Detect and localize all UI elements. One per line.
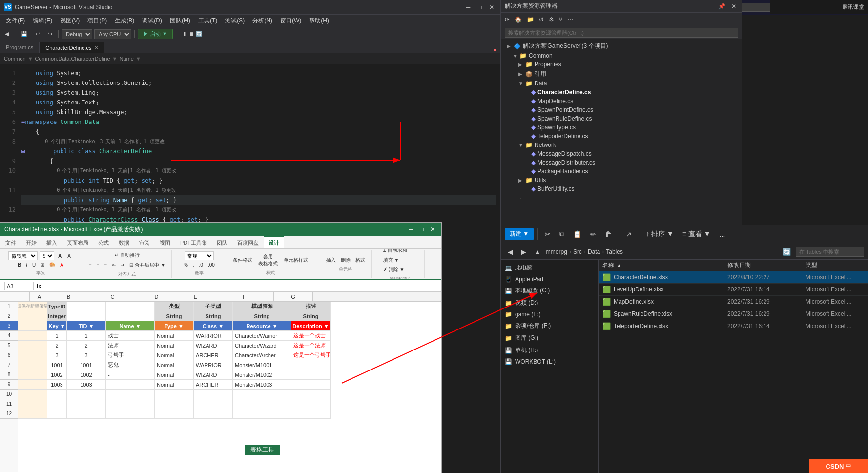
cell-d10[interactable] (155, 390, 194, 399)
cell-e11[interactable] (194, 399, 233, 409)
col-f[interactable]: F (215, 292, 274, 301)
menu-help[interactable]: 帮助(H) (305, 16, 333, 26)
se-sync-btn[interactable]: ⟳ (503, 15, 512, 24)
se-folder-btn[interactable]: 📁 (525, 15, 536, 24)
tree-common[interactable]: ▼ 📁 Common (501, 51, 742, 60)
fe-col-type[interactable]: 类型 (806, 261, 864, 269)
excel-minimize-btn[interactable]: ─ (406, 226, 416, 233)
row-8[interactable]: 8 (0, 370, 18, 380)
bc-tables[interactable]: Tables (606, 248, 623, 255)
align-right-btn[interactable]: ≡ (103, 261, 109, 268)
cell-g6[interactable]: 这是一个弓弩手 (291, 350, 331, 360)
cell-d7[interactable]: Normal (155, 360, 194, 370)
tree-msg-distributer[interactable]: ◆ MessageDistributer.cs (501, 158, 742, 167)
col-a[interactable]: A (30, 292, 49, 301)
cell-f1[interactable]: 模型资源 (233, 302, 291, 311)
file-row-4[interactable]: 🟩 TeleporterDefine.xlsx 2022/7/31 16:14 … (599, 320, 868, 332)
toolbar-redo-btn[interactable]: ↪ (45, 30, 55, 38)
cell-c12[interactable] (106, 409, 155, 419)
cell-f5[interactable]: Character/Wizard (233, 341, 291, 350)
sum-btn[interactable]: Σ 自动求和 (381, 249, 409, 255)
cell-e6[interactable]: ARCHER (194, 350, 233, 360)
cell-d3[interactable]: Type ▼ (155, 321, 194, 331)
cell-c1[interactable] (106, 302, 155, 311)
tree-references[interactable]: ▶ 📦 引用 (501, 69, 742, 79)
excel-tab-review[interactable]: 审阅 (134, 237, 155, 248)
se-close-btn[interactable]: ✕ (729, 2, 738, 11)
excel-tab-design[interactable]: 设计 (264, 236, 284, 248)
tree-teleporter[interactable]: ◆ TeleporterDefine.cs (501, 132, 742, 141)
excel-tab-pdf[interactable]: PDF工具集 (175, 237, 212, 248)
cell-b6[interactable]: 3 (67, 350, 106, 360)
cell-g7[interactable] (291, 360, 331, 370)
cell-a3[interactable]: Key ▼ (47, 321, 67, 331)
tree-character-define[interactable]: ◆ CharacterDefine.cs (501, 88, 742, 97)
wrap-btn[interactable]: ↵ 自动换行 (113, 251, 142, 260)
cell-g8[interactable] (291, 370, 331, 380)
cell-d4[interactable]: Normal (155, 331, 194, 341)
se-settings-btn[interactable]: ⚙ (547, 15, 556, 24)
excel-tab-formula[interactable]: 公式 (93, 237, 114, 248)
tree-spawn-point[interactable]: ◆ SpawnPointDefine.cs (501, 105, 742, 114)
cell-a9[interactable]: 1003 (47, 380, 67, 390)
cell-d1[interactable]: 类型 (155, 302, 194, 311)
fe-back-btn[interactable]: ◀ (505, 246, 516, 258)
fe-up-btn[interactable]: ▲ (531, 246, 544, 258)
cell-e10[interactable] (194, 390, 233, 399)
fe-new-btn[interactable]: 新建 ▼ (505, 228, 534, 240)
font-bold-btn[interactable]: B (16, 261, 23, 268)
cell-left-8[interactable] (18, 370, 47, 380)
tree-spawn-type[interactable]: ◆ SpawnType.cs (501, 123, 742, 132)
cell-e3[interactable]: Class ▼ (194, 321, 233, 331)
row-5[interactable]: 5 (0, 341, 18, 350)
tree-network-folder[interactable]: ▼ 📁 Network (501, 141, 742, 149)
cell-f10[interactable] (233, 390, 291, 399)
se-search-input[interactable] (505, 28, 738, 38)
cell-g1[interactable]: 描述 (291, 302, 331, 311)
cell-left-2[interactable] (18, 311, 47, 321)
cell-d5[interactable]: Normal (155, 341, 194, 350)
cell-f9[interactable]: Monster/M1003 (233, 380, 291, 390)
tree-data-folder[interactable]: ▼ 📁 Data (501, 79, 742, 88)
cell-g5[interactable]: 这是一个法师 (291, 341, 331, 350)
col-e[interactable]: E (176, 292, 215, 301)
tree-msg-dispatch[interactable]: ◆ MessageDispatch.cs (501, 149, 742, 158)
cell-b12[interactable] (67, 409, 106, 419)
row-9[interactable]: 9 (0, 380, 18, 390)
cell-a1[interactable]: TypeID (47, 302, 67, 311)
col-c[interactable]: C (88, 292, 137, 301)
cell-d9[interactable]: Normal (155, 380, 194, 390)
excel-close-btn[interactable]: ✕ (428, 226, 437, 233)
bc-src[interactable]: Src (573, 248, 582, 255)
row-10[interactable]: 10 (0, 390, 18, 399)
fe-search-input[interactable] (796, 247, 864, 257)
fe-this-pc[interactable]: 💻 此电脑 (501, 262, 598, 274)
cell-b3[interactable]: TID ▼ (67, 321, 106, 331)
cell-left-3[interactable] (18, 321, 47, 331)
cpu-selector[interactable]: Any CPU (94, 29, 131, 39)
cell-e8[interactable]: WIZARD (194, 370, 233, 380)
cell-a10[interactable] (47, 390, 67, 399)
cell-left-9[interactable] (18, 380, 47, 390)
excel-cells[interactable]: 请保存新望保留 TypeID 类型 子类型 模型资源 描述 Integer St… (18, 302, 441, 472)
fe-more-btn[interactable]: ... (717, 228, 728, 240)
cell-c4[interactable]: 战士 (106, 331, 155, 341)
cell-c3[interactable]: Name ▼ (106, 321, 155, 331)
cell-c8[interactable]: - (106, 370, 155, 380)
cell-e1[interactable]: 子类型 (194, 302, 233, 311)
excel-tab-view[interactable]: 视图 (155, 237, 175, 248)
col-d[interactable]: D (137, 292, 176, 301)
excel-restore-btn[interactable]: □ (417, 226, 427, 233)
cell-f2[interactable]: String (233, 311, 291, 321)
cell-c5[interactable]: 法师 (106, 341, 155, 350)
fill-btn[interactable]: 🎨 (47, 261, 57, 268)
cell-e4[interactable]: WARRIOR (194, 331, 233, 341)
menu-debug[interactable]: 调试(D) (138, 16, 166, 26)
font-size-selector[interactable]: 9 (40, 251, 54, 260)
tree-solution[interactable]: ▶ 🔷 解决方案'GameServer'(3 个项目) (501, 41, 742, 51)
vs-minimize-btn[interactable]: ─ (463, 3, 473, 11)
cell-f3[interactable]: Resource ▼ (233, 321, 291, 331)
cell-left-1[interactable]: 请保存新望保留 (18, 302, 47, 311)
cell-d8[interactable]: Normal (155, 370, 194, 380)
insert-cell-btn[interactable]: 插入 (324, 256, 338, 265)
